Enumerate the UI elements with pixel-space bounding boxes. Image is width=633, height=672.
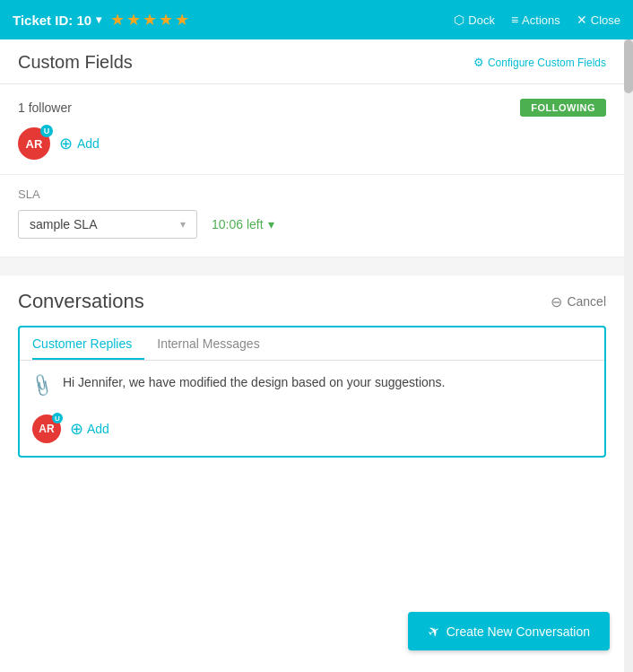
add-label: Add <box>77 136 100 151</box>
dock-icon: ⬡ <box>454 13 464 27</box>
avatar-badge: U <box>40 125 53 137</box>
custom-fields-title: Custom Fields <box>18 52 133 73</box>
tab-customer-replies[interactable]: Customer Replies <box>32 327 144 360</box>
send-icon: ✈ <box>424 621 443 641</box>
add-circle-icon: ⊕ <box>59 134 73 153</box>
sla-time-value: 10:06 left <box>212 217 264 231</box>
conversation-footer: AR U ⊕ Add <box>20 407 604 456</box>
conversation-message: Hi Jennifer, we have modified the design… <box>63 373 446 392</box>
configure-label: Configure Custom Fields <box>488 57 606 69</box>
cancel-label: Cancel <box>567 294 606 309</box>
star-5[interactable]: ★ <box>175 10 189 30</box>
tab-internal-messages-label: Internal Messages <box>157 336 259 351</box>
followers-count: 1 follower <box>18 100 72 115</box>
star-2[interactable]: ★ <box>126 10 141 30</box>
sla-row: sample SLA ▾ 10:06 left ▾ <box>18 210 606 239</box>
add-footer-label: Add <box>87 422 109 436</box>
tab-internal-messages[interactable]: Internal Messages <box>157 327 272 360</box>
close-label: Close <box>591 13 620 27</box>
dock-button[interactable]: ⬡ Dock <box>454 13 495 27</box>
footer-avatar-badge: U <box>52 413 63 423</box>
ticket-id[interactable]: Ticket ID: 10 ▾ <box>13 13 101 28</box>
add-cc-button[interactable]: ⊕ Add <box>70 419 109 439</box>
main-content: Custom Fields ⚙ Configure Custom Fields … <box>0 39 633 672</box>
actions-button[interactable]: ≡ Actions <box>511 13 560 27</box>
conversation-body: 📎 Hi Jennifer, we have modified the desi… <box>20 361 604 407</box>
header-left: Ticket ID: 10 ▾ ★ ★ ★ ★ ★ <box>13 10 189 30</box>
cancel-icon: ⊖ <box>551 293 562 310</box>
scrollbar-track <box>624 39 633 672</box>
dock-label: Dock <box>468 13 495 27</box>
ticket-id-label: Ticket ID: 10 <box>13 13 91 28</box>
ticket-chevron-icon[interactable]: ▾ <box>96 13 101 26</box>
tab-customer-replies-label: Customer Replies <box>32 336 132 351</box>
sla-chevron-icon: ▾ <box>180 218 186 231</box>
followers-list: AR U ⊕ Add <box>18 127 606 160</box>
followers-header: 1 follower FOLLOWING <box>18 99 606 117</box>
create-conv-label: Create New Conversation <box>447 624 590 639</box>
star-4[interactable]: ★ <box>159 10 173 30</box>
gear-icon: ⚙ <box>473 56 484 69</box>
sla-label: SLA <box>18 188 606 201</box>
following-badge[interactable]: FOLLOWING <box>520 99 606 117</box>
scrollbar-thumb[interactable] <box>624 39 633 93</box>
sla-time-chevron-icon: ▾ <box>268 217 274 231</box>
sla-select[interactable]: sample SLA ▾ <box>18 210 197 239</box>
cancel-button[interactable]: ⊖ Cancel <box>551 293 606 310</box>
paperclip-icon: 📎 <box>29 371 56 398</box>
close-icon: ✕ <box>577 13 587 27</box>
footer-avatar: AR U <box>32 415 61 443</box>
actions-label: Actions <box>522 13 560 27</box>
sla-value: sample SLA <box>30 217 97 231</box>
custom-fields-section: Custom Fields ⚙ Configure Custom Fields <box>0 39 624 84</box>
conversations-header: Conversations ⊖ Cancel <box>18 290 606 313</box>
header: Ticket ID: 10 ▾ ★ ★ ★ ★ ★ ⬡ Dock ≡ Actio… <box>0 0 633 39</box>
conversation-box: Customer Replies Internal Messages 📎 Hi … <box>18 326 606 458</box>
star-3[interactable]: ★ <box>143 10 157 30</box>
menu-icon: ≡ <box>511 13 518 27</box>
create-new-conversation-button[interactable]: ✈ Create New Conversation <box>408 612 610 650</box>
star-1[interactable]: ★ <box>110 10 125 30</box>
avatar-initials: AR <box>26 137 43 151</box>
conversation-tabs: Customer Replies Internal Messages <box>20 327 604 361</box>
star-rating[interactable]: ★ ★ ★ ★ ★ <box>110 10 189 30</box>
configure-custom-fields-link[interactable]: ⚙ Configure Custom Fields <box>473 56 606 69</box>
conversations-section: Conversations ⊖ Cancel Customer Replies … <box>0 275 624 472</box>
sla-time-left[interactable]: 10:06 left ▾ <box>212 217 274 231</box>
header-right: ⬡ Dock ≡ Actions ✕ Close <box>454 13 620 27</box>
avatar: AR U <box>18 127 50 160</box>
add-circle-footer-icon: ⊕ <box>70 419 83 439</box>
sla-section: SLA sample SLA ▾ 10:06 left ▾ <box>0 175 624 257</box>
footer-avatar-initials: AR <box>39 423 54 435</box>
add-follower-button[interactable]: ⊕ Add <box>59 134 100 153</box>
section-spacer <box>0 257 633 275</box>
conversations-title: Conversations <box>18 290 144 313</box>
close-button[interactable]: ✕ Close <box>577 13 620 27</box>
followers-section: 1 follower FOLLOWING AR U ⊕ Add <box>0 84 624 175</box>
